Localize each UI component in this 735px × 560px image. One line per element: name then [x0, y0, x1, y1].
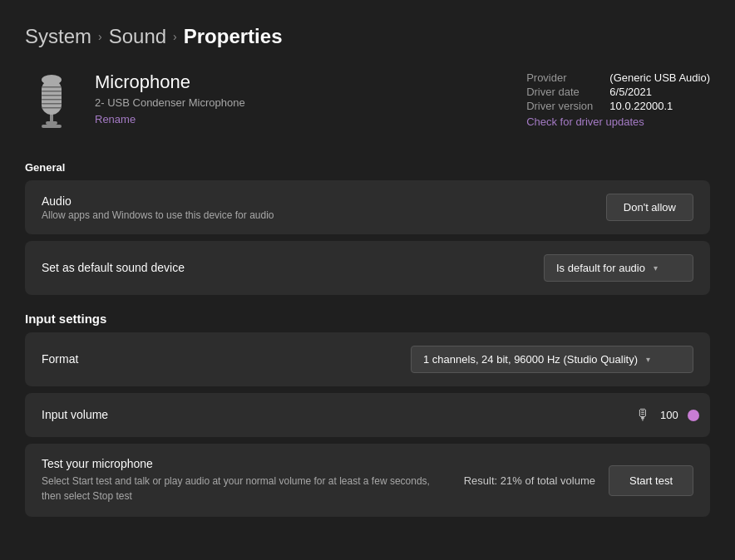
breadcrumb-sound[interactable]: Sound: [109, 25, 166, 48]
input-settings-title: Input settings: [25, 312, 710, 326]
rename-link[interactable]: Rename: [95, 113, 136, 125]
driver-date-value: 6/5/2021: [609, 86, 710, 98]
check-driver-updates-link[interactable]: Check for driver updates: [526, 115, 710, 128]
test-title: Test your microphone: [42, 457, 464, 470]
svg-rect-6: [42, 95, 62, 96]
device-subtitle: 2- USB Condenser Microphone: [95, 96, 510, 109]
format-value: 1 channels, 24 bit, 96000 Hz (Studio Qua…: [423, 353, 638, 366]
slider-thumb: [688, 410, 699, 421]
device-header: Microphone 2- USB Condenser Microphone R…: [25, 71, 710, 138]
svg-rect-1: [42, 125, 62, 128]
format-card: Format 1 channels, 24 bit, 96000 Hz (Stu…: [25, 332, 710, 386]
device-info: Microphone 2- USB Condenser Microphone R…: [95, 71, 510, 125]
breadcrumb-current: Properties: [184, 25, 283, 48]
breadcrumb: System › Sound › Properties: [25, 25, 710, 48]
test-desc-line1: Select Start test and talk or play audio…: [42, 475, 430, 487]
test-row: Test your microphone Select Start test a…: [42, 457, 693, 504]
audio-desc: Allow apps and Windows to use this devic…: [42, 209, 274, 221]
svg-rect-5: [42, 91, 62, 92]
format-dropdown[interactable]: 1 channels, 24 bit, 96000 Hz (Studio Qua…: [411, 346, 693, 373]
svg-rect-3: [42, 80, 62, 115]
default-device-card: Set as default sound device Is default f…: [25, 241, 710, 295]
driver-version-label: Driver version: [526, 100, 593, 112]
breadcrumb-chevron-2: ›: [173, 30, 177, 43]
svg-point-10: [42, 75, 62, 85]
dont-allow-button[interactable]: Don't allow: [606, 194, 693, 221]
device-icon: [25, 71, 78, 138]
default-device-dropdown[interactable]: Is default for audio ▾: [544, 254, 693, 282]
default-device-value: Is default for audio: [556, 262, 645, 274]
format-chevron: ▾: [646, 355, 650, 364]
default-device-chevron: ▾: [654, 263, 658, 273]
svg-rect-8: [42, 103, 62, 105]
device-name: Microphone: [95, 71, 510, 93]
test-desc: Select Start test and talk or play audio…: [42, 474, 441, 504]
test-result: Result: 21% of total volume: [464, 474, 595, 487]
test-microphone-card: Test your microphone Select Start test a…: [25, 444, 710, 517]
svg-rect-9: [42, 107, 62, 109]
default-device-label: Set as default sound device: [42, 261, 185, 274]
svg-rect-4: [42, 86, 62, 88]
general-section-title: General: [25, 161, 710, 174]
device-meta: Provider (Generic USB Audio) Driver date…: [526, 71, 710, 128]
audio-label: Audio: [42, 194, 274, 208]
volume-mic-icon: 🎙: [635, 406, 650, 424]
provider-value: (Generic USB Audio): [609, 71, 710, 84]
driver-date-label: Driver date: [526, 86, 593, 98]
breadcrumb-system[interactable]: System: [25, 25, 91, 48]
volume-number: 100: [660, 409, 683, 421]
test-desc-line2: then select Stop test: [42, 490, 132, 502]
audio-card: Audio Allow apps and Windows to use this…: [25, 180, 710, 234]
input-volume-card: Input volume 🎙 100: [25, 393, 710, 437]
format-label: Format: [42, 352, 78, 366]
volume-row: 🎙 100: [635, 406, 693, 424]
breadcrumb-chevron-1: ›: [98, 30, 102, 43]
provider-label: Provider: [526, 71, 593, 84]
driver-version-value: 10.0.22000.1: [609, 100, 710, 112]
svg-rect-7: [42, 99, 62, 101]
input-volume-label: Input volume: [42, 408, 108, 421]
start-test-button[interactable]: Start test: [609, 465, 693, 496]
